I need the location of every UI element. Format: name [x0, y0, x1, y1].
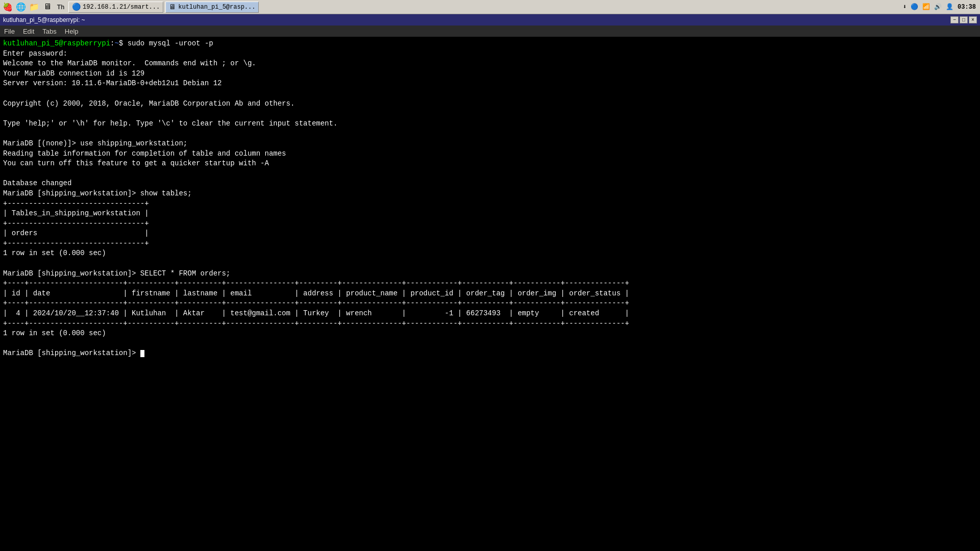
menu-help[interactable]: Help — [65, 28, 79, 35]
terminal[interactable]: kutluhan_pi_5@raspberrypi:~$ sudo mysql … — [0, 37, 980, 551]
download-icon: ⬇ — [903, 3, 906, 11]
menu-file[interactable]: File — [4, 28, 15, 35]
window-titlebar: kutluhan_pi_5@raspberrypi: ~ − □ × — [0, 14, 980, 26]
folder-icon[interactable]: 📁 — [29, 2, 40, 13]
menu-edit[interactable]: Edit — [23, 28, 34, 35]
menu-tabs[interactable]: Tabs — [42, 28, 56, 35]
minimize-button[interactable]: − — [950, 16, 959, 23]
user-icon: 👤 — [946, 3, 953, 11]
volume-icon: 🔊 — [934, 3, 942, 11]
taskbar-left: 🍓 🌐 📁 🖥 Th 🔵 192.168.1.21/smart... 🖥 kut… — [0, 2, 259, 13]
thonny-icon[interactable]: Th — [55, 2, 66, 13]
taskbar: 🍓 🌐 📁 🖥 Th 🔵 192.168.1.21/smart... 🖥 kut… — [0, 0, 980, 14]
globe-icon[interactable]: 🌐 — [15, 2, 27, 13]
close-button[interactable]: × — [969, 16, 977, 23]
bluetooth-icon: 🔵 — [911, 3, 918, 11]
taskbar-right: ⬇ 🔵 📶 🔊 👤 03:38 — [903, 3, 980, 11]
chromium-btn-label: 192.168.1.21/smart... — [83, 4, 160, 11]
window-title: kutluhan_pi_5@raspberrypi: ~ — [3, 16, 85, 23]
menubar: File Edit Tabs Help — [0, 26, 980, 37]
window-controls: − □ × — [950, 16, 977, 23]
wifi-icon: 📶 — [922, 3, 930, 11]
terminal-btn-label: kutluhan_pi_5@rasp... — [178, 4, 255, 11]
clock: 03:38 — [958, 4, 976, 11]
terminal-taskbar-btn[interactable]: 🖥 kutluhan_pi_5@rasp... — [165, 2, 259, 13]
terminal-output: kutluhan_pi_5@raspberrypi:~$ sudo mysql … — [3, 39, 977, 359]
terminal-taskbar-icon[interactable]: 🖥 — [42, 2, 53, 13]
chromium-icon: 🔵 — [72, 3, 81, 11]
terminal-btn-icon: 🖥 — [169, 3, 176, 11]
chromium-btn[interactable]: 🔵 192.168.1.21/smart... — [68, 2, 163, 13]
maximize-button[interactable]: □ — [960, 16, 968, 23]
raspberry-icon[interactable]: 🍓 — [2, 2, 13, 13]
